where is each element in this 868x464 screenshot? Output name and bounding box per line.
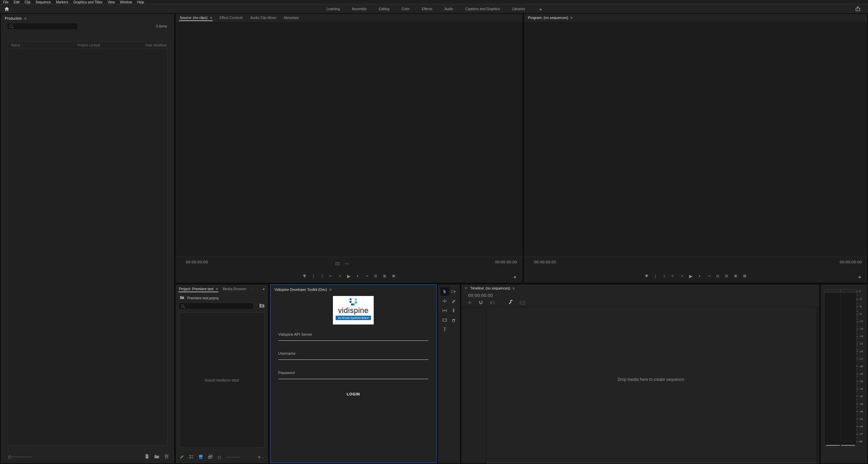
workspace-tab-effects[interactable]: Effects <box>422 7 432 11</box>
project-search-input[interactable] <box>186 304 244 308</box>
program-current-timecode[interactable]: 00:00:00:00 <box>534 260 556 264</box>
home-icon[interactable] <box>4 6 10 12</box>
list-view-icon[interactable] <box>189 454 194 460</box>
panel-menu-icon[interactable]: ≡ <box>329 287 331 292</box>
step-forward-button[interactable]: ▸ <box>698 274 702 278</box>
export-frame-button[interactable]: ▣ <box>392 274 395 278</box>
go-to-out-button[interactable]: ⇥ <box>707 274 710 278</box>
tab-audio-clip-mixer[interactable]: Audio Clip Mixer <box>250 16 276 20</box>
column-header-name[interactable]: Name ↑ <box>11 43 77 47</box>
production-search-input[interactable] <box>14 24 69 28</box>
source-current-timecode[interactable]: 00:00:00:00 <box>186 260 208 264</box>
zoom-slider-track[interactable] <box>227 457 240 458</box>
new-folder-icon[interactable] <box>154 454 159 460</box>
audio-meter[interactable] <box>825 292 856 447</box>
drag-audio-only-icon[interactable] <box>344 261 349 267</box>
panel-menu-icon[interactable]: ≡ <box>216 287 218 291</box>
mark-out-button[interactable]: } <box>663 274 666 278</box>
freeform-view-icon[interactable] <box>208 454 213 460</box>
zoom-slider-knob[interactable] <box>218 456 221 459</box>
hand-tool[interactable] <box>449 316 458 324</box>
tab-timeline[interactable]: Timeline: (no sequences) ≡ <box>470 286 515 290</box>
mark-out-button[interactable]: } <box>321 274 324 278</box>
username-input[interactable] <box>278 355 428 360</box>
timeline-horizontal-scrollbar[interactable] <box>486 463 816 463</box>
api-server-input[interactable] <box>278 336 428 341</box>
menu-help[interactable]: Help <box>137 0 144 4</box>
panel-menu-icon[interactable]: ≡ <box>210 16 212 20</box>
tab-metadata[interactable]: Metadata <box>284 16 299 20</box>
step-back-button[interactable]: ◂ <box>680 274 684 278</box>
button-editor-icon[interactable]: + <box>513 274 516 279</box>
project-search[interactable] <box>179 303 253 309</box>
mark-in-button[interactable]: { <box>312 274 315 278</box>
play-button[interactable]: ▶ <box>347 274 351 278</box>
menu-view[interactable]: View <box>107 0 115 4</box>
password-input[interactable] <box>278 375 428 379</box>
snap-icon[interactable] <box>479 300 483 306</box>
lift-button[interactable]: ▤ <box>716 274 719 278</box>
panel-menu-icon[interactable]: ≡ <box>24 16 26 20</box>
tab-vidispine[interactable]: Vidispine Developer Toolkit (Dev) ≡ <box>274 287 332 292</box>
overwrite-button[interactable]: ▦ <box>383 274 386 278</box>
workspace-tab-color[interactable]: Color <box>402 7 410 11</box>
tab-overflow-icon[interactable]: » <box>263 287 265 291</box>
rectangle-tool[interactable] <box>440 316 449 324</box>
menu-edit[interactable]: Edit <box>14 0 19 4</box>
tab-production[interactable]: Production ≡ <box>5 16 26 20</box>
zoom-slider-track[interactable] <box>12 457 32 457</box>
button-editor-icon[interactable]: + <box>858 274 861 279</box>
new-item-icon[interactable] <box>145 454 149 460</box>
login-button[interactable]: LOGIN <box>270 392 436 396</box>
add-marker-button[interactable] <box>645 275 648 278</box>
menu-file[interactable]: File <box>3 0 8 4</box>
workspace-tab-editing[interactable]: Editing <box>379 7 389 11</box>
zoom-slider-knob[interactable] <box>8 456 11 459</box>
type-tool[interactable]: T <box>440 325 449 334</box>
step-forward-button[interactable]: ▸ <box>356 274 359 278</box>
go-to-in-button[interactable]: ⇤ <box>330 274 333 278</box>
close-icon[interactable]: × <box>465 286 467 291</box>
timeline-settings-wrench-icon[interactable] <box>508 300 513 306</box>
linked-selection-icon[interactable] <box>490 300 495 306</box>
workspace-tab-learning[interactable]: Learning <box>326 7 340 11</box>
timeline-vertical-scrollbar[interactable] <box>816 307 819 463</box>
production-search[interactable] <box>7 23 77 29</box>
search-bin-icon[interactable] <box>259 303 265 309</box>
step-back-button[interactable]: ◂ <box>338 274 341 278</box>
column-header-project-locked[interactable]: Project Locked <box>77 43 145 47</box>
add-marker-button[interactable] <box>303 275 306 278</box>
slip-tool[interactable] <box>440 306 449 315</box>
column-header-date-modified[interactable]: Date Modified <box>145 43 167 47</box>
ripple-edit-tool[interactable] <box>440 297 449 305</box>
tab-program[interactable]: Program: (no sequences) ≡ <box>528 16 573 20</box>
project-file-row[interactable]: Premiere test.prproj <box>180 296 218 300</box>
extract-button[interactable]: ▧ <box>725 274 728 278</box>
menu-window[interactable]: Window <box>120 0 132 4</box>
icon-view-icon[interactable] <box>199 454 203 460</box>
selection-tool[interactable] <box>440 287 449 296</box>
export-share-icon[interactable] <box>855 6 861 12</box>
tab-project[interactable]: Project: Premiere test ≡ <box>179 287 218 291</box>
workspace-tab-captions-and-graphics[interactable]: Captions and Graphics <box>465 7 500 11</box>
razor-tool[interactable] <box>449 297 458 305</box>
workspace-overflow-icon[interactable]: » <box>539 7 542 11</box>
workspace-tab-libraries[interactable]: Libraries <box>512 7 525 11</box>
panel-menu-icon[interactable]: ≡ <box>570 16 572 20</box>
menu-markers[interactable]: Markers <box>56 0 68 4</box>
track-select-forward-tool[interactable] <box>449 287 458 296</box>
workspace-tab-assembly[interactable]: Assembly <box>352 7 367 11</box>
sort-icons[interactable]: ≡ ⌄ <box>258 455 264 460</box>
pen-tool[interactable] <box>449 306 458 315</box>
tab-media-browser[interactable]: Media Browser <box>223 287 246 291</box>
workspace-tab-audio[interactable]: Audio <box>444 7 453 11</box>
trash-icon[interactable] <box>164 454 169 460</box>
timeline-track-area[interactable]: Drop media here to create sequence. <box>486 307 816 463</box>
tab-effect-controls[interactable]: Effect Controls <box>219 16 243 20</box>
timeline-timecode[interactable]: 00:00:00:00 <box>468 293 493 298</box>
panel-menu-icon[interactable]: ≡ <box>513 286 515 290</box>
play-button[interactable]: ▶ <box>689 274 693 278</box>
project-writable-icon[interactable] <box>180 454 184 460</box>
tab-source-no-clips[interactable]: Source: (no clips)≡ <box>180 16 212 20</box>
menu-sequence[interactable]: Sequence <box>36 0 51 4</box>
